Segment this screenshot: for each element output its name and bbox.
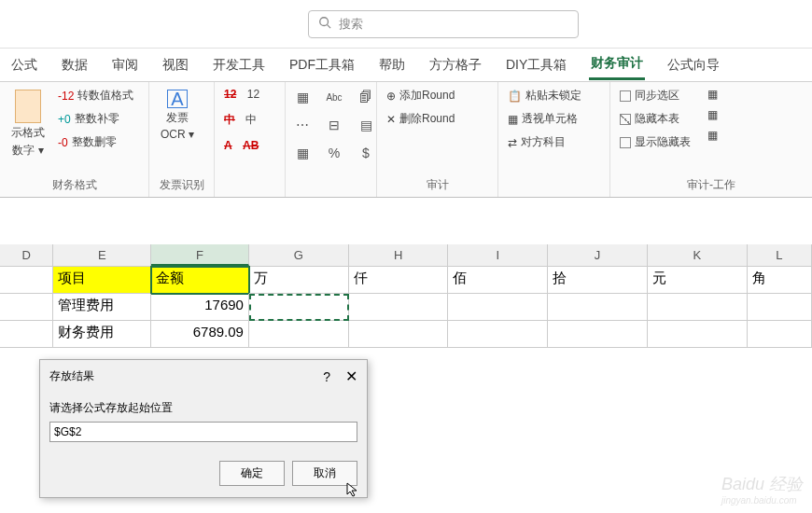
cell-r2-c4[interactable]: [349, 321, 449, 348]
int-pad-zero[interactable]: +0整数补零: [54, 109, 137, 129]
tab-2[interactable]: 审阅: [110, 51, 140, 79]
tab-4[interactable]: 开发工具: [211, 51, 267, 79]
col-header-E[interactable]: E: [53, 244, 151, 266]
border-icon[interactable]: ▦: [291, 86, 314, 108]
search-icon: [318, 16, 331, 32]
cell-r2-c2[interactable]: 6789.09: [151, 321, 249, 348]
col-header-D[interactable]: D: [0, 244, 53, 266]
spreadsheet[interactable]: DEFGHIJKL 项目金额万仟佰拾元角管理费用17690财务费用6789.09: [0, 244, 812, 348]
cell-r1-c3[interactable]: [249, 294, 349, 321]
cell-r2-c3[interactable]: [249, 321, 349, 348]
grid-btn-12a[interactable]: 12 12: [220, 86, 263, 103]
grid-btn-zhong[interactable]: 中 中: [220, 110, 263, 130]
counter-account-button[interactable]: ⇄对方科目: [504, 132, 585, 152]
int-trim-zero[interactable]: -0整数删零: [54, 132, 137, 152]
cell-r2-c8[interactable]: [748, 321, 812, 348]
col-header-F[interactable]: F: [151, 244, 249, 266]
group-label-invoice: 发票识别: [155, 175, 208, 195]
col-header-K[interactable]: K: [648, 244, 748, 266]
dialog-help-button[interactable]: ?: [323, 369, 330, 384]
tab-10[interactable]: 公式向导: [665, 51, 721, 79]
grid-btn-ab[interactable]: A AB: [220, 137, 263, 154]
format-icon: [15, 90, 41, 123]
tab-6[interactable]: 帮助: [377, 51, 407, 79]
dialog-ok-button[interactable]: 确定: [219, 461, 285, 486]
abc-icon[interactable]: Abc: [323, 86, 345, 108]
cell-r0-c0[interactable]: [0, 267, 53, 294]
invoice-icon: A: [167, 90, 188, 108]
sync-selection-button[interactable]: 同步选区: [616, 86, 694, 105]
cell-r2-c7[interactable]: [648, 321, 748, 348]
cell-r0-c6[interactable]: 拾: [548, 267, 648, 294]
dialog-cell-ref-input[interactable]: [49, 422, 357, 442]
cell-r1-c7[interactable]: [648, 294, 748, 321]
table-icon[interactable]: ▤: [355, 114, 377, 136]
format-label2: 数字 ▾: [12, 143, 43, 159]
plus-icon: ⊕: [386, 90, 396, 103]
cell-r0-c2[interactable]: 金额: [151, 267, 249, 294]
col-header-G[interactable]: G: [249, 244, 349, 266]
extra1[interactable]: ▦: [704, 86, 721, 103]
checkbox-icon: [620, 137, 631, 148]
col-header-H[interactable]: H: [349, 244, 449, 266]
search-box[interactable]: 搜索: [308, 10, 579, 38]
dialog-label: 请选择公式存放起始位置: [49, 400, 357, 416]
format-big-button[interactable]: 示格式 数字 ▾: [6, 86, 50, 162]
dollar-icon[interactable]: $: [355, 142, 377, 164]
format-label1: 示格式: [11, 125, 45, 141]
to-number-format[interactable]: -12转数值格式: [54, 86, 137, 105]
cell-r0-c7[interactable]: 元: [648, 267, 748, 294]
cell-r1-c2[interactable]: 17690: [151, 294, 249, 321]
extra3[interactable]: ▦: [704, 127, 721, 144]
tab-9[interactable]: 财务审计: [589, 49, 645, 80]
extra2[interactable]: ▦: [704, 106, 721, 123]
dialog-close-button[interactable]: ✕: [345, 367, 357, 385]
dialog-save-result: 存放结果 ? ✕ 请选择公式存放起始位置 确定 取消: [39, 359, 368, 498]
add-round-button[interactable]: ⊕添加Round: [383, 86, 458, 105]
checkbox-icon: [620, 90, 631, 102]
group-label-audit: 审计: [383, 175, 492, 195]
percent-icon[interactable]: %: [323, 142, 345, 164]
cell-r1-c0[interactable]: [0, 294, 53, 321]
invoice-ocr-button[interactable]: A 发票 OCR ▾: [155, 86, 200, 145]
cal-icon[interactable]: 🗐: [355, 86, 377, 108]
cell-r2-c6[interactable]: [548, 321, 648, 348]
cell-r1-c6[interactable]: [548, 294, 648, 321]
cell-r0-c5[interactable]: 佰: [448, 267, 548, 294]
dialog-cancel-button[interactable]: 取消: [292, 461, 357, 486]
cell-r1-c1[interactable]: 管理费用: [53, 294, 151, 321]
tab-3[interactable]: 视图: [161, 51, 190, 79]
hide-sheet-button[interactable]: 隐藏本表: [616, 109, 694, 129]
cell-r1-c4[interactable]: [349, 294, 449, 321]
dots-icon[interactable]: ⋯: [291, 114, 314, 136]
cell-r0-c8[interactable]: 角: [748, 267, 812, 294]
swap-icon: ⇄: [508, 136, 517, 149]
col-header-I[interactable]: I: [448, 244, 548, 266]
pivot-cell-button[interactable]: ▦透视单元格: [504, 109, 585, 129]
cell-r0-c3[interactable]: 万: [249, 267, 349, 294]
del-round-button[interactable]: ✕删除Round: [383, 109, 458, 129]
tab-7[interactable]: 方方格子: [427, 51, 483, 79]
cell-r0-c1[interactable]: 项目: [53, 267, 151, 294]
cell-r1-c5[interactable]: [448, 294, 548, 321]
grid-icon[interactable]: ▦: [291, 142, 314, 164]
cell-r2-c0[interactable]: [0, 321, 53, 348]
cell-r2-c1[interactable]: 财务费用: [53, 321, 151, 348]
cell-r2-c5[interactable]: [448, 321, 548, 348]
cell-r1-c8[interactable]: [748, 294, 812, 321]
tab-8[interactable]: DIY工具箱: [504, 51, 568, 79]
cell-r0-c4[interactable]: 仟: [349, 267, 449, 294]
paste-unlocked-button[interactable]: 📋粘贴未锁定: [504, 86, 585, 105]
group-label-finance-format: 财务格式: [6, 175, 143, 195]
tab-5[interactable]: PDF工具箱: [287, 51, 357, 79]
checkbox-icon: [620, 114, 631, 125]
tab-1[interactable]: 数据: [60, 51, 90, 79]
paste-icon: 📋: [508, 90, 522, 103]
col-header-J[interactable]: J: [548, 244, 648, 266]
invoice-label2: OCR ▾: [161, 128, 194, 141]
show-hidden-button[interactable]: 显示隐藏表: [616, 132, 694, 152]
menu-tabs: 公式数据审阅视图开发工具PDF工具箱帮助方方格子DIY工具箱财务审计公式向导: [0, 49, 812, 82]
col-header-L[interactable]: L: [748, 244, 812, 266]
line-icon[interactable]: ⊟: [323, 114, 345, 136]
tab-0[interactable]: 公式: [9, 51, 39, 79]
